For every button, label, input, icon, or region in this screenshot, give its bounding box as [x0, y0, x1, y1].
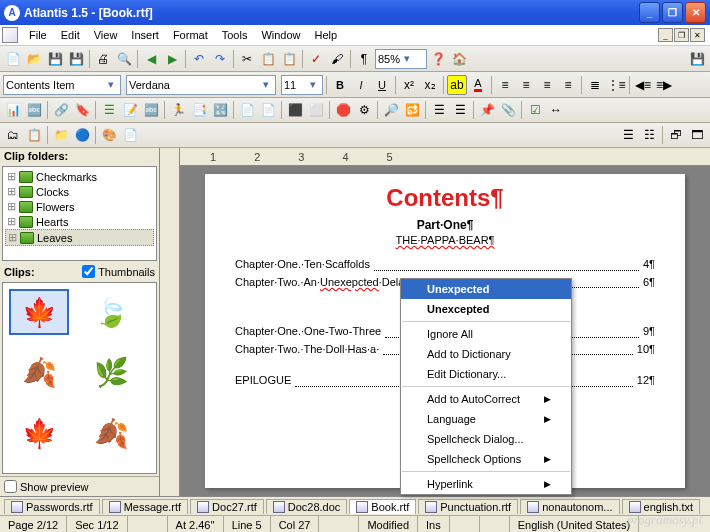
format-painter-button[interactable]: 🖌 — [327, 49, 347, 69]
highlight-button[interactable]: ab — [447, 75, 467, 95]
tool-p[interactable]: ☰ — [429, 100, 449, 120]
add-to-dictionary[interactable]: Add to Dictionary — [401, 344, 571, 364]
ignore-all[interactable]: Ignore All — [401, 324, 571, 344]
outdent-button[interactable]: ◀≡ — [633, 75, 653, 95]
tool-s[interactable]: 📎 — [498, 100, 518, 120]
folder-leaves[interactable]: ⊞Leaves — [5, 229, 154, 246]
menu-edit[interactable]: Edit — [54, 26, 87, 44]
tool-l[interactable]: ⬛ — [285, 100, 305, 120]
clip-item[interactable]: 🍃 — [82, 289, 142, 335]
panel-d[interactable]: 🔵 — [72, 125, 92, 145]
menu-format[interactable]: Format — [166, 26, 215, 44]
tool-find[interactable]: 🔎 — [381, 100, 401, 120]
tool-h[interactable]: 📑 — [189, 100, 209, 120]
tool-r[interactable]: 📌 — [477, 100, 497, 120]
open-button[interactable]: 📂 — [24, 49, 44, 69]
align-left-button[interactable]: ≡ — [495, 75, 515, 95]
folder-clocks[interactable]: ⊞Clocks — [5, 184, 154, 199]
saveall-button[interactable]: 💾 — [66, 49, 86, 69]
nav-prev-button[interactable]: ◀ — [141, 49, 161, 69]
tool-g[interactable]: 🔤 — [141, 100, 161, 120]
redo-button[interactable]: ↷ — [210, 49, 230, 69]
doc-tab[interactable]: Punctuation.rtf — [418, 499, 518, 514]
tool-t[interactable]: ☑ — [525, 100, 545, 120]
superscript-button[interactable]: x² — [399, 75, 419, 95]
panel-c[interactable]: 📁 — [51, 125, 71, 145]
align-right-button[interactable]: ≡ — [537, 75, 557, 95]
suggestion-unexpected[interactable]: Unexpected — [401, 279, 571, 299]
clip-item[interactable]: 🌿 — [82, 350, 142, 396]
numbering-button[interactable]: ≣ — [585, 75, 605, 95]
tool-k[interactable]: 📄 — [258, 100, 278, 120]
panel-b[interactable]: 📋 — [24, 125, 44, 145]
suggestion-unexcepted[interactable]: Unexcepted — [401, 299, 571, 319]
spellcheck-dialog[interactable]: Spellcheck Dialog... — [401, 429, 571, 449]
font-combo[interactable]: Verdana▾ — [126, 75, 276, 95]
tool-e[interactable]: ☰ — [99, 100, 119, 120]
folder-flowers[interactable]: ⊞Flowers — [5, 199, 154, 214]
tool-c[interactable]: 🔗 — [51, 100, 71, 120]
tool-d[interactable]: 🔖 — [72, 100, 92, 120]
preview-button[interactable]: 🔍 — [114, 49, 134, 69]
mdi-minimize-button[interactable]: _ — [658, 28, 673, 42]
underline-button[interactable]: U — [372, 75, 392, 95]
thumbnails-checkbox[interactable]: Thumbnails — [82, 265, 155, 278]
panel-e[interactable]: 🎨 — [99, 125, 119, 145]
doc-tab[interactable]: Doc27.rtf — [190, 499, 264, 514]
tool-u[interactable]: ↔ — [546, 100, 566, 120]
align-justify-button[interactable]: ≡ — [558, 75, 578, 95]
folder-hearts[interactable]: ⊞Hearts — [5, 214, 154, 229]
pilcrow-button[interactable]: ¶ — [354, 49, 374, 69]
tool-b[interactable]: 🔤 — [24, 100, 44, 120]
clip-item[interactable]: 🍂 — [82, 410, 142, 456]
help-button[interactable]: ❓ — [428, 49, 448, 69]
nav-next-button[interactable]: ▶ — [162, 49, 182, 69]
new-button[interactable]: 📄 — [3, 49, 23, 69]
print-button[interactable]: 🖨 — [93, 49, 113, 69]
menu-help[interactable]: Help — [308, 26, 345, 44]
doc-tab[interactable]: nonautonom... — [520, 499, 619, 514]
style-combo[interactable]: Contents Item▾ — [3, 75, 121, 95]
language-submenu[interactable]: Language▶ — [401, 409, 571, 429]
italic-button[interactable]: I — [351, 75, 371, 95]
tool-i[interactable]: 🔣 — [210, 100, 230, 120]
view-a[interactable]: ☰ — [618, 125, 638, 145]
doc-tab[interactable]: Message.rtf — [102, 499, 188, 514]
doc-tab[interactable]: Doc28.doc — [266, 499, 348, 514]
show-preview-checkbox[interactable]: Show preview — [0, 476, 159, 496]
subscript-button[interactable]: x₂ — [420, 75, 440, 95]
clip-item[interactable]: 🍁 — [9, 410, 69, 456]
menu-view[interactable]: View — [87, 26, 125, 44]
cut-button[interactable]: ✂ — [237, 49, 257, 69]
menu-insert[interactable]: Insert — [124, 26, 166, 44]
paste-button[interactable]: 📋 — [279, 49, 299, 69]
save-alt-button[interactable]: 💾 — [687, 49, 707, 69]
bold-button[interactable]: B — [330, 75, 350, 95]
minimize-button[interactable]: _ — [639, 2, 660, 23]
save-button[interactable]: 💾 — [45, 49, 65, 69]
copy-button[interactable]: 📋 — [258, 49, 278, 69]
tool-run[interactable]: 🏃 — [168, 100, 188, 120]
doc-tab[interactable]: Passwords.rtf — [4, 499, 100, 514]
maximize-button[interactable]: ❐ — [662, 2, 683, 23]
tool-j[interactable]: 📄 — [237, 100, 257, 120]
view-b[interactable]: ☷ — [639, 125, 659, 145]
size-combo[interactable]: 11▾ — [281, 75, 323, 95]
panel-f[interactable]: 📄 — [120, 125, 140, 145]
tool-a[interactable]: 📊 — [3, 100, 23, 120]
mdi-restore-button[interactable]: ❐ — [674, 28, 689, 42]
menu-file[interactable]: File — [22, 26, 54, 44]
view-d[interactable]: 🗖 — [687, 125, 707, 145]
menu-tools[interactable]: Tools — [215, 26, 255, 44]
doc-tab-active[interactable]: Book.rtf — [349, 499, 416, 514]
tool-n[interactable]: 🛑 — [333, 100, 353, 120]
tool-replace[interactable]: 🔂 — [402, 100, 422, 120]
align-center-button[interactable]: ≡ — [516, 75, 536, 95]
undo-button[interactable]: ↶ — [189, 49, 209, 69]
hyperlink-submenu[interactable]: Hyperlink▶ — [401, 474, 571, 494]
indent-button[interactable]: ≡▶ — [654, 75, 674, 95]
font-color-button[interactable]: A — [468, 75, 488, 95]
spell-button[interactable]: ✓ — [306, 49, 326, 69]
add-to-autocorrect[interactable]: Add to AutoCorrect▶ — [401, 389, 571, 409]
bullets-button[interactable]: ⋮≡ — [606, 75, 626, 95]
